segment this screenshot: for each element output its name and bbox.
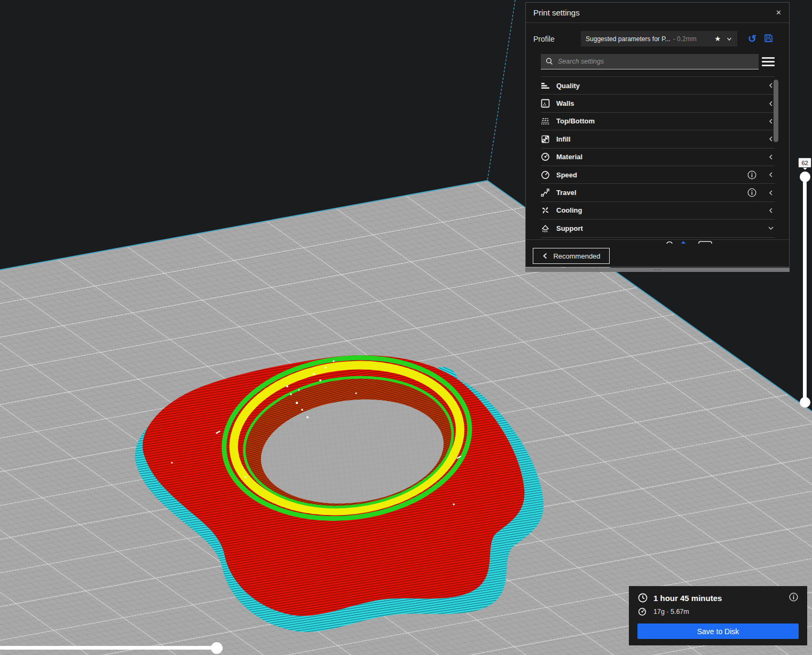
settings-menu-icon[interactable] [762,57,775,66]
path-slider-track[interactable] [0,646,217,650]
category-top-bottom[interactable]: Top/Bottom [541,113,775,130]
path-slider-handle[interactable] [211,642,223,654]
reset-profile-icon[interactable]: ↺ [748,34,756,44]
travel-icon [541,188,550,197]
material-spool-icon [638,607,647,616]
profile-value: Suggested parameters for P... [586,35,671,43]
close-icon[interactable]: ✕ [776,9,782,16]
infill-icon [541,135,550,144]
info-icon[interactable] [747,188,756,197]
layer-slider-track[interactable] [803,177,807,402]
category-travel[interactable]: Travel [541,184,775,201]
panel-header: Print settings ✕ [526,3,789,23]
chevron-left-icon [542,252,548,260]
recommended-button[interactable]: Recommended [533,248,610,264]
build-volume-vertical-edge [487,0,515,181]
chevron-down-icon [767,224,775,232]
info-icon[interactable] [747,170,756,180]
category-walls[interactable]: Walls [541,95,775,112]
print-summary-card: 1 hour 45 minutes 17g · 5.67m Save to Di… [629,586,807,645]
cooling-fan-icon [541,206,550,215]
print-settings-panel: Print settings ✕ Profile Suggested param… [525,2,790,267]
walls-icon [541,99,550,108]
top-bottom-icon [541,116,550,126]
print-time-row: 1 hour 45 minutes [629,586,807,603]
panel-footer: Recommended [526,239,789,267]
category-speed[interactable]: Speed [541,166,775,184]
material-usage: 17g · 5.67m [653,608,689,615]
chevron-left-icon [767,207,775,214]
recommended-label: Recommended [553,252,600,260]
support-icon [541,224,550,233]
material-usage-row: 17g · 5.67m [629,603,807,616]
category-material[interactable]: Material [541,149,775,166]
layer-number-tooltip: 62 [798,158,811,168]
category-support[interactable]: Support [541,220,775,237]
chevron-left-icon [767,153,775,161]
panel-resize-handle[interactable] [525,268,790,272]
clock-icon [638,593,648,603]
search-input[interactable] [558,58,754,65]
star-icon: ★ [714,35,721,43]
profile-suffix: - 0.2mm [673,35,697,43]
material-icon [541,152,550,161]
layer-slider-lower-handle[interactable] [800,397,810,408]
chevron-down-icon [726,36,732,42]
sliced-model [135,344,543,632]
chevron-left-icon [767,189,775,197]
settings-category-list: Quality Walls Top/Bottom [541,76,775,244]
panel-scrollbar[interactable] [774,80,778,142]
search-box[interactable] [541,54,759,69]
save-profile-icon[interactable] [764,34,773,44]
profile-dropdown[interactable]: Suggested parameters for P... - 0.2mm ★ [581,31,737,46]
layer-slider-upper-handle[interactable] [800,171,810,182]
search-icon [545,57,554,66]
category-infill[interactable]: Infill [541,130,775,148]
panel-title: Print settings [533,8,580,17]
info-icon[interactable] [789,592,798,603]
category-cooling[interactable]: Cooling [541,202,775,220]
print-time: 1 hour 45 minutes [653,594,722,603]
quality-icon [541,81,550,90]
profile-row: Profile Suggested parameters for P... - … [526,23,789,53]
category-quality[interactable]: Quality [541,77,775,95]
chevron-left-icon [767,171,775,178]
profile-label: Profile [533,35,555,43]
save-to-disk-button[interactable]: Save to Disk [637,623,799,639]
speed-icon [541,170,550,180]
search-row [526,53,789,69]
